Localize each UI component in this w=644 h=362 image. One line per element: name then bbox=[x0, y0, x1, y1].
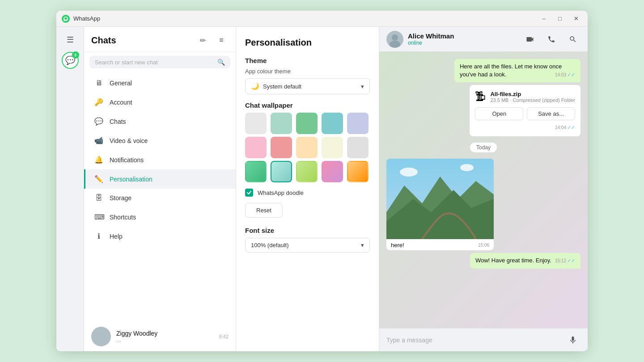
nav-item-personalisation[interactable]: ✏️ Personalisation bbox=[84, 169, 236, 189]
file-message-time: 14:04✓✓ bbox=[555, 125, 575, 130]
swatch-2[interactable] bbox=[296, 113, 318, 134]
title-bar: WhatsApp – □ ✕ bbox=[56, 11, 588, 27]
save-file-button[interactable]: Save as... bbox=[527, 107, 575, 120]
image-message: here! 15:06 bbox=[386, 159, 494, 250]
zip-file-icon: 🗜 bbox=[475, 90, 486, 103]
swatch-10[interactable] bbox=[245, 161, 267, 182]
app-title: WhatsApp bbox=[73, 15, 538, 22]
nav-label-notifications: Notifications bbox=[110, 156, 144, 164]
theme-dropdown[interactable]: 🌙 System default ▾ bbox=[245, 78, 370, 94]
message-1-tick: ✓✓ bbox=[567, 72, 575, 77]
file-info: 🗜 All-files.zip 23.5 MB · Compressed (zi… bbox=[475, 90, 575, 103]
doodle-checkbox[interactable] bbox=[245, 189, 253, 197]
nav-item-shortcuts[interactable]: ⌨ Shortcuts bbox=[84, 207, 236, 227]
reset-button[interactable]: Reset bbox=[245, 203, 283, 218]
swatch-4[interactable] bbox=[347, 113, 369, 134]
search-icon: 🔍 bbox=[217, 59, 225, 66]
contact-info: Alice Whitman online bbox=[408, 32, 522, 46]
search-bar: 🔍 bbox=[84, 52, 236, 72]
nav-label-personalisation: Personalisation bbox=[110, 176, 153, 183]
message-1: Here are all the files. Let me know once… bbox=[454, 59, 580, 82]
swatch-5[interactable] bbox=[245, 137, 267, 158]
message-4: Wow! Have great time. Enjoy. 15:12✓✓ bbox=[470, 253, 580, 268]
nav-label-storage: Storage bbox=[110, 194, 131, 202]
chat-header: Alice Whitman online bbox=[379, 27, 588, 52]
font-size-label: Font size bbox=[245, 227, 370, 234]
file-name: All-files.zip bbox=[490, 91, 575, 97]
swatch-9[interactable] bbox=[347, 137, 369, 158]
chat-item-name: Ziggy Woodley bbox=[116, 330, 214, 337]
message-input[interactable] bbox=[386, 337, 565, 344]
filter-button[interactable]: ≡ bbox=[214, 33, 229, 47]
search-input[interactable] bbox=[95, 59, 217, 66]
swatch-1[interactable] bbox=[271, 113, 292, 134]
swatch-11[interactable] bbox=[271, 161, 292, 182]
left-header-icons: ✏ ≡ bbox=[195, 33, 229, 47]
voice-message-button[interactable] bbox=[565, 333, 580, 348]
video-call-button[interactable] bbox=[522, 32, 538, 47]
swatch-8[interactable] bbox=[322, 137, 343, 158]
nav-label-general: General bbox=[110, 80, 132, 87]
app-logo bbox=[62, 15, 70, 23]
theme-chevron-icon: ▾ bbox=[361, 83, 364, 90]
swatch-3[interactable] bbox=[322, 113, 343, 134]
file-meta: 23.5 MB · Compressed (zipped) Folder bbox=[490, 97, 575, 103]
file-details: All-files.zip 23.5 MB · Compressed (zipp… bbox=[490, 91, 575, 103]
personalisation-title: Personalisation bbox=[245, 38, 370, 48]
compose-button[interactable]: ✏ bbox=[195, 33, 210, 47]
swatch-13[interactable] bbox=[322, 161, 343, 182]
wallpaper-grid bbox=[245, 113, 370, 182]
nav-item-video-voice[interactable]: 📹 Video & voice bbox=[84, 131, 236, 150]
nav-item-notifications[interactable]: 🔔 Notifications bbox=[84, 150, 236, 169]
theme-dropdown-value: System default bbox=[263, 83, 361, 90]
open-file-button[interactable]: Open bbox=[475, 107, 523, 120]
nav-item-chats[interactable]: 💬 Chats bbox=[84, 112, 236, 131]
left-panel: Chats ✏ ≡ 🔍 🖥 General bbox=[84, 27, 236, 351]
nav-label-shortcuts: Shortcuts bbox=[110, 214, 136, 221]
swatch-14[interactable] bbox=[347, 161, 369, 182]
search-messages-button[interactable] bbox=[565, 32, 580, 47]
nav-item-help[interactable]: ℹ Help bbox=[84, 227, 236, 246]
nav-chats-icon[interactable]: 💬 3 bbox=[62, 52, 79, 69]
date-divider: Today bbox=[470, 143, 497, 152]
swatch-7[interactable] bbox=[296, 137, 318, 158]
theme-dropdown-icon: 🌙 bbox=[251, 82, 259, 90]
image-content bbox=[386, 159, 494, 239]
swatch-0[interactable] bbox=[245, 113, 267, 134]
contact-avatar bbox=[386, 31, 403, 48]
file-message-tick: ✓✓ bbox=[567, 125, 575, 130]
message-1-time: 14:03✓✓ bbox=[555, 72, 575, 78]
contact-name: Alice Whitman bbox=[408, 32, 522, 40]
close-button[interactable]: ✕ bbox=[570, 14, 582, 24]
message-4-tick: ✓✓ bbox=[567, 258, 575, 263]
app-body: ☰ 💬 3 Chats ✏ ≡ 🔍 bbox=[56, 27, 588, 351]
chat-messages: Here are all the files. Let me know once… bbox=[379, 52, 588, 328]
left-header: Chats ✏ ≡ bbox=[84, 27, 236, 52]
theme-section-label: Theme bbox=[245, 57, 370, 64]
nav-item-account[interactable]: 🔑 Account bbox=[84, 93, 236, 112]
nav-item-general[interactable]: 🖥 General bbox=[84, 74, 236, 93]
chat-item-time: 9:42 bbox=[219, 334, 229, 339]
minimize-button[interactable]: – bbox=[538, 14, 550, 24]
help-icon: ℹ bbox=[94, 232, 103, 240]
message-4-text: Wow! Have great time. Enjoy. bbox=[475, 257, 551, 264]
maximize-button[interactable]: □ bbox=[554, 14, 566, 24]
file-message: 🗜 All-files.zip 23.5 MB · Compressed (zi… bbox=[470, 85, 580, 136]
wallpaper-section-label: Chat wallpaper bbox=[245, 101, 370, 109]
swatch-6[interactable] bbox=[271, 137, 292, 158]
font-size-dropdown[interactable]: 100% (default) ▾ bbox=[245, 238, 370, 253]
chat-item-preview: ... bbox=[116, 337, 214, 343]
hamburger-menu[interactable]: ☰ bbox=[62, 31, 79, 48]
message-4-time: 15:12✓✓ bbox=[555, 257, 575, 264]
swatch-12[interactable] bbox=[296, 161, 318, 182]
window-controls: – □ ✕ bbox=[538, 14, 582, 24]
chats-title: Chats bbox=[91, 35, 195, 46]
image-time: 15:06 bbox=[478, 243, 489, 248]
voice-call-button[interactable] bbox=[544, 32, 559, 47]
unread-badge: 3 bbox=[72, 51, 79, 59]
chat-list-item-ziggy[interactable]: Ziggy Woodley ... 9:42 bbox=[84, 322, 236, 351]
personalisation-panel: Personalisation Theme App colour theme 🌙… bbox=[236, 27, 379, 351]
personalisation-icon: ✏️ bbox=[94, 175, 103, 183]
app-window: WhatsApp – □ ✕ ☰ 💬 3 Chats ✏ ≡ bbox=[56, 11, 588, 351]
nav-item-storage[interactable]: 🗄 Storage bbox=[84, 189, 236, 207]
